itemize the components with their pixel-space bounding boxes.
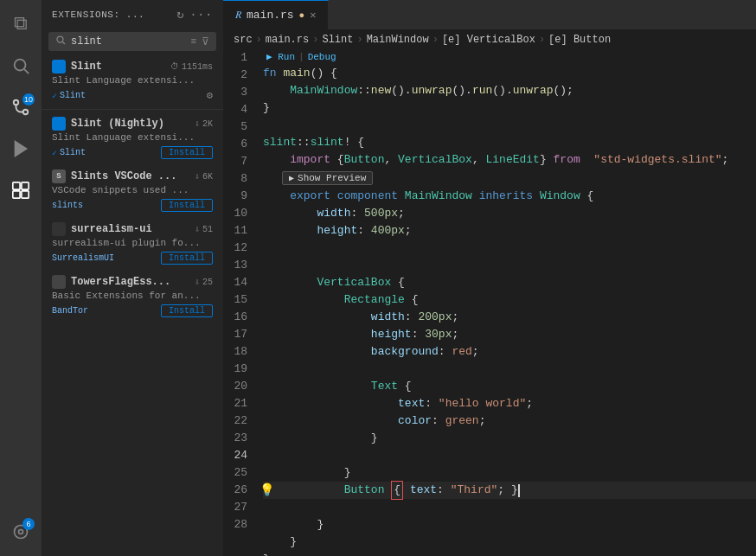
tab-close-icon[interactable]: ✕ [310, 9, 316, 22]
refresh-icon[interactable]: ↻ [176, 7, 184, 22]
svg-rect-7 [13, 191, 20, 198]
filter-icon[interactable]: ⊽ [202, 35, 209, 48]
debug-icon[interactable] [3, 131, 38, 166]
ext-desc-towers-flag: Basic Extensions for an... [52, 291, 213, 301]
code-line-5: slint::slint! { [263, 134, 756, 151]
activity-bar: ⧉ 10 6 [0, 0, 42, 556]
search-icon[interactable] [3, 48, 38, 83]
light-bulb-icon[interactable]: 💡 [259, 482, 274, 499]
extensions-icon[interactable] [3, 173, 38, 208]
code-line-20: color: green; [263, 412, 756, 430]
breadcrumb-file: main.rs [266, 34, 309, 46]
code-line-14: width: 200px; [263, 309, 756, 326]
ext-desc-slint-nightly: Slint Language extensi... [52, 132, 213, 143]
code-line-18: Text { [263, 378, 756, 395]
sort-icon[interactable]: ≡ [190, 36, 196, 47]
code-line-12: VerticalBox { [263, 274, 756, 291]
svg-point-3 [23, 110, 29, 115]
svg-rect-6 [22, 182, 29, 189]
svg-line-12 [62, 42, 65, 44]
svg-point-11 [57, 36, 63, 42]
code-line-3: } [263, 99, 756, 117]
extension-slint[interactable]: Slint ⏱ 1151ms Slint Language extensi...… [42, 54, 223, 107]
code-line-23: } [263, 464, 756, 482]
ext-desc-slint: Slint Language extensi... [52, 75, 213, 86]
red-outline-box: { [391, 481, 403, 500]
code-line-16: background: red; [263, 343, 756, 361]
ext-publisher-surrealism-ui: SurrealismUI [52, 253, 114, 263]
editor-area: 𝑅 main.rs ● ✕ src › main.rs › Slint › Ma… [223, 0, 756, 556]
verified-icon-slint-nightly: ✓ [52, 148, 57, 158]
debug-link[interactable]: Debug [308, 49, 336, 66]
ext-meta-towers-flag: ⇩ 25 [195, 277, 213, 287]
extension-towers-flag[interactable]: TowersFlagEss... ⇩ 25 Basic Extensions f… [42, 270, 223, 323]
breadcrumb-mainwindow: MainWindow [367, 34, 429, 46]
install-button-slints-vscode[interactable]: Install [161, 199, 213, 212]
show-preview-button[interactable]: ▶ Show Preview [282, 171, 373, 185]
install-button-towers-flag[interactable]: Install [161, 304, 213, 317]
play-icon: ▶ [289, 173, 294, 183]
install-button-surrealism-ui[interactable]: Install [161, 252, 213, 265]
ext-name-slints-vscode: S Slints VSCode ... [52, 169, 176, 183]
remote-icon[interactable]: 6 [3, 514, 38, 549]
ext-publisher-slint: ✓ Slint [52, 91, 86, 101]
ext-desc-surrealism-ui: surrealism-ui plugin fo... [52, 238, 213, 248]
svg-point-0 [15, 60, 26, 71]
breadcrumb-verticalbox: [e] VerticalBox [442, 34, 535, 46]
breadcrumb-button: [e] Button [548, 34, 611, 46]
svg-rect-8 [22, 191, 29, 198]
line-numbers: 1 2 3 4 5 6 7 8 9 10 11 12 13 14 15 16 1… [223, 49, 259, 556]
code-line-2: MainWindow::new().unwrap().run().unwrap(… [263, 82, 756, 99]
breadcrumb-src: src [234, 34, 253, 46]
remote-badge: 6 [22, 518, 35, 530]
code-line-21: } [263, 430, 756, 447]
run-link[interactable]: ▶ Run [266, 49, 295, 66]
code-line-4 [263, 117, 756, 134]
code-content: ▶ Run | Debug fn main() { MainWindow::ne… [259, 49, 756, 556]
svg-point-2 [14, 100, 19, 105]
extension-surrealism-ui[interactable]: surrealism-ui ⇩ 51 surrealism-ui plugin … [42, 217, 223, 270]
source-control-icon[interactable]: 10 [3, 90, 38, 125]
ext-publisher-slints-vscode: slints [52, 201, 83, 210]
code-line-17 [263, 361, 756, 378]
extension-slints-vscode[interactable]: S Slints VSCode ... ⇩ 6K VSCode snippets… [42, 164, 223, 217]
code-lens-run-debug: ▶ Run | Debug [263, 49, 756, 65]
source-control-badge: 10 [22, 93, 35, 105]
code-line-11 [263, 257, 756, 274]
verified-icon-slint: ✓ [52, 91, 57, 101]
ext-publisher-slint-nightly: ✓ Slint [52, 148, 86, 158]
breadcrumb-slint: Slint [322, 34, 353, 46]
show-preview-label: Show Preview [298, 173, 366, 183]
search-input[interactable] [71, 35, 185, 48]
code-line-10 [263, 240, 756, 257]
svg-line-1 [24, 69, 29, 73]
svg-rect-5 [13, 182, 20, 189]
sidebar-header: EXTENSIONS: ... ↻ ··· [42, 0, 223, 29]
ext-meta-slint: ⏱ 1151ms [170, 61, 213, 72]
code-line-7: export component MainWindow inherits Win… [263, 188, 756, 205]
ext-name-surrealism-ui: surrealism-ui [52, 222, 152, 236]
extension-slint-nightly[interactable]: Slint (Nightly) ⇩ 2K Slint Language exte… [42, 112, 223, 164]
editor-content: 1 2 3 4 5 6 7 8 9 10 11 12 13 14 15 16 1… [223, 49, 756, 556]
install-button-slint-nightly[interactable]: Install [161, 146, 213, 159]
code-line-26: } [263, 516, 756, 534]
code-line-27: } [263, 534, 756, 551]
code-line-19: text: "hello world"; [263, 395, 756, 412]
explorer-icon[interactable]: ⧉ [3, 7, 38, 42]
more-actions-icon[interactable]: ··· [189, 8, 213, 22]
code-line-15: height: 30px; [263, 326, 756, 343]
gear-icon-slint[interactable]: ⚙ [207, 89, 213, 102]
code-line-25 [263, 499, 756, 516]
sidebar-header-icons: ↻ ··· [176, 7, 213, 22]
code-line-28: } [263, 551, 756, 556]
code-line-1: fn main() { [263, 65, 756, 82]
tab-main-rs[interactable]: 𝑅 main.rs ● ✕ [223, 0, 329, 29]
tab-file-icon: 𝑅 [235, 10, 241, 22]
divider-1 [42, 109, 223, 110]
ext-name-slint: Slint [52, 60, 102, 73]
sidebar-title: EXTENSIONS: ... [52, 10, 144, 20]
ext-meta-surrealism-ui: ⇩ 51 [195, 224, 213, 234]
breadcrumb: src › main.rs › Slint › MainWindow › [e]… [223, 30, 756, 49]
ext-publisher-towers-flag: BandTor [52, 306, 88, 316]
ext-name-towers-flag: TowersFlagEss... [52, 275, 170, 289]
